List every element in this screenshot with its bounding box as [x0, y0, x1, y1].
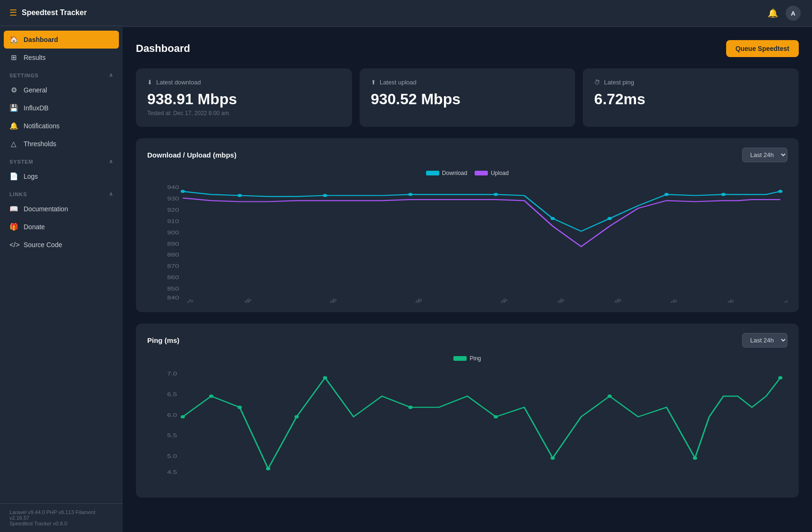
sidebar-footer: Laravel v9.44.0 PHP v8.113 Filament v2.1… — [0, 503, 123, 532]
top-bar: 🔔 A — [123, 0, 812, 27]
svg-text:920: 920 — [167, 207, 179, 213]
notification-bell-icon[interactable]: 🔔 — [768, 8, 778, 18]
upload-line — [183, 198, 780, 247]
dot — [664, 193, 669, 196]
settings-section-header: SETTINGS ∧ — [0, 66, 123, 81]
time-range-select-du[interactable]: Last 24h Last 7d Last 30d — [742, 148, 787, 162]
avatar[interactable]: A — [786, 6, 801, 21]
main-content: 🔔 A Dashboard Queue Speedtest ⬇ Latest d… — [123, 0, 812, 532]
sidebar-item-notifications[interactable]: 🔔 Notifications — [0, 117, 123, 135]
chart-legend-du: Download Upload — [147, 170, 787, 176]
log-icon: 📄 — [9, 172, 18, 181]
dot — [323, 376, 327, 379]
dot — [323, 194, 327, 197]
dot — [778, 190, 782, 193]
download-subtitle: Tested at: Dec 17, 2022 8:00 am — [147, 110, 341, 116]
dot — [551, 217, 555, 220]
chevron-up-icon: ∧ — [109, 191, 113, 197]
docs-icon: 📖 — [9, 205, 18, 213]
svg-text:Dec 16-22:00: Dec 16-22:00 — [594, 298, 622, 303]
chart-title-du: Download / Upload (mbps) — [147, 151, 236, 159]
svg-text:850: 850 — [167, 286, 179, 291]
svg-text:Dec 16-13:00: Dec 16-13:00 — [309, 298, 338, 303]
sidebar-item-label: Source Code — [24, 241, 62, 249]
dot — [693, 457, 697, 460]
dot — [181, 415, 185, 418]
dot — [494, 193, 498, 196]
home-icon: 🏠 — [9, 35, 18, 44]
threshold-icon: △ — [9, 140, 18, 148]
chart-title-ping: Ping (ms) — [147, 336, 179, 344]
system-section-header: SYSTEM ∧ — [0, 153, 123, 167]
sidebar-item-results[interactable]: ⊞ Results — [0, 49, 123, 66]
sidebar-item-source-code[interactable]: </> Source Code — [0, 236, 123, 253]
ping-icon: ⏱ — [594, 79, 600, 86]
app-title: Speedtest Tracker — [22, 8, 87, 17]
dot — [778, 376, 782, 379]
chart-area-du: 940 930 920 910 900 890 880 870 860 850 … — [147, 180, 787, 303]
sidebar-item-general[interactable]: ⚙ General — [0, 81, 123, 99]
database-icon: 💾 — [9, 104, 18, 112]
sidebar-item-label: Donate — [24, 223, 45, 231]
ping-line — [183, 378, 780, 469]
sidebar-item-influxdb[interactable]: 💾 InfluxDB — [0, 99, 123, 117]
svg-text:930: 930 — [167, 196, 179, 201]
sidebar-item-donate[interactable]: 🎁 Donate — [0, 218, 123, 236]
stat-card-ping: ⏱ Latest ping 6.72ms — [583, 68, 799, 127]
svg-text:910: 910 — [167, 218, 179, 224]
legend-item-upload: Upload — [475, 170, 509, 176]
svg-text:6.0: 6.0 — [167, 412, 177, 418]
dot — [181, 190, 185, 193]
legend-item-download: Download — [426, 170, 467, 176]
svg-text:Dec 16-15:00: Dec 16-15:00 — [394, 298, 423, 303]
ping-value: 6.72ms — [594, 91, 787, 108]
download-line — [183, 191, 780, 232]
sidebar-header: ☰ Speedtest Tracker — [0, 0, 123, 26]
sidebar-item-label: General — [24, 86, 47, 94]
sidebar: ☰ Speedtest Tracker 🏠 Dashboard ⊞ Result… — [0, 0, 123, 532]
svg-text:Dec 17-5:00: Dec 17-5:00 — [709, 298, 735, 303]
legend-item-ping: Ping — [453, 355, 481, 362]
dot — [237, 406, 242, 409]
menu-icon[interactable]: ☰ — [9, 8, 17, 18]
svg-text:940: 940 — [167, 185, 179, 191]
sidebar-item-label: Logs — [24, 173, 38, 180]
upload-value: 930.52 Mbps — [371, 91, 564, 108]
svg-text:840: 840 — [167, 295, 179, 301]
sidebar-item-label: Notifications — [24, 122, 59, 130]
sidebar-item-label: Thresholds — [24, 140, 56, 148]
svg-text:Dec 16-18:00: Dec 16-18:00 — [480, 298, 509, 303]
stat-label-download: ⬇ Latest download — [147, 79, 341, 86]
sidebar-item-dashboard[interactable]: 🏠 Dashboard — [4, 31, 119, 49]
sidebar-item-thresholds[interactable]: △ Thresholds — [0, 135, 123, 153]
download-icon: ⬇ — [147, 79, 152, 86]
dot — [608, 394, 612, 398]
dot — [608, 217, 612, 220]
sidebar-item-documentation[interactable]: 📖 Documentation — [0, 200, 123, 218]
gear-icon: ⚙ — [9, 86, 18, 94]
dot — [551, 457, 555, 460]
legend-color-download — [426, 171, 439, 175]
chart-area-ping: 7.0 6.5 6.0 5.5 5.0 4.5 — [147, 366, 787, 488]
time-range-select-ping[interactable]: Last 24h Last 7d Last 30d — [742, 333, 787, 348]
links-section-header: LINKS ∧ — [0, 185, 123, 200]
sidebar-item-label: Results — [24, 54, 46, 61]
stat-card-upload: ⬆ Latest upload 930.52 Mbps — [360, 68, 576, 127]
page-content: Dashboard Queue Speedtest ⬇ Latest downl… — [123, 27, 812, 532]
sidebar-item-logs[interactable]: 📄 Logs — [0, 167, 123, 185]
sidebar-item-label: Documentation — [24, 205, 68, 213]
sidebar-item-label: InfluxDB — [24, 104, 49, 112]
dot — [494, 415, 498, 418]
legend-color-upload — [475, 171, 488, 175]
download-value: 938.91 Mbps — [147, 91, 341, 108]
legend-color-ping — [453, 356, 467, 361]
legend-label-ping: Ping — [469, 355, 481, 362]
svg-text:6.5: 6.5 — [167, 391, 177, 398]
stat-label-ping: ⏱ Latest ping — [594, 79, 787, 86]
chart-card-download-upload: Download / Upload (mbps) Last 24h Last 7… — [136, 138, 799, 312]
svg-text:5.0: 5.0 — [167, 453, 177, 459]
dot — [408, 406, 412, 409]
svg-text:860: 860 — [167, 274, 179, 280]
queue-speedtest-button[interactable]: Queue Speedtest — [726, 40, 799, 57]
results-icon: ⊞ — [9, 53, 18, 62]
